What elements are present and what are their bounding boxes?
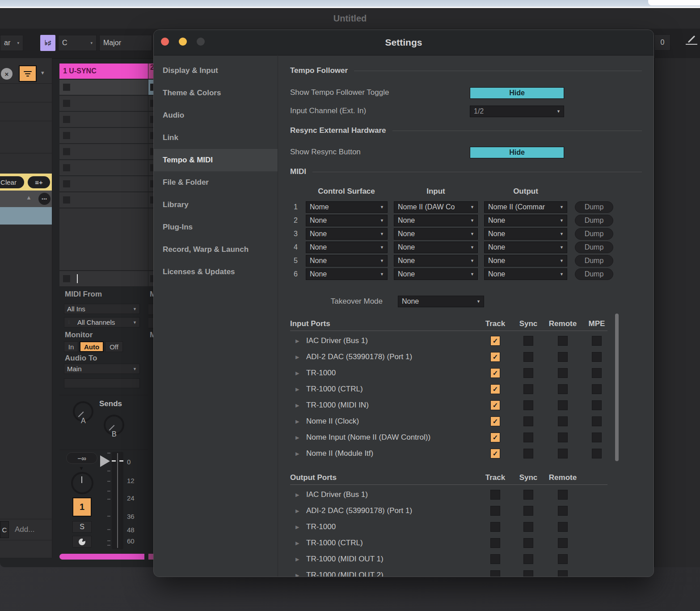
cue-button[interactable] xyxy=(72,536,92,547)
minimize-traffic-light[interactable] xyxy=(179,38,187,46)
audio-to-dropdown[interactable]: Main▼ xyxy=(64,364,140,374)
clip-slot[interactable] xyxy=(59,96,148,111)
port-checkbox-sync[interactable] xyxy=(523,522,533,532)
dump-button[interactable]: Dump xyxy=(575,215,613,226)
midi-output-dropdown[interactable]: None▼ xyxy=(484,215,567,226)
add-track-label[interactable]: Add... xyxy=(15,525,34,534)
counter-field[interactable]: 0 xyxy=(654,34,670,51)
port-checkbox-track[interactable] xyxy=(490,554,500,564)
expand-triangle-icon[interactable]: ▶ xyxy=(295,429,299,446)
port-checkbox-mpe[interactable] xyxy=(592,449,602,458)
midi-input-dropdown[interactable]: None▼ xyxy=(394,215,478,226)
midi-input-dropdown[interactable]: None▼ xyxy=(394,242,478,253)
sidebar-item-link[interactable]: Link xyxy=(154,127,278,149)
port-checkbox-remote[interactable] xyxy=(558,506,568,516)
sidebar-item-plug-ins[interactable]: Plug-Ins xyxy=(154,216,278,238)
midi-control-surface-dropdown[interactable]: Nome▼ xyxy=(306,201,388,213)
port-checkbox-mpe[interactable] xyxy=(592,384,602,394)
expand-triangle-icon[interactable]: ▶ xyxy=(295,446,299,462)
midi-control-surface-dropdown[interactable]: None▼ xyxy=(306,228,388,240)
expand-triangle-icon[interactable]: ▶ xyxy=(295,333,299,349)
port-checkbox-mpe[interactable] xyxy=(592,336,602,346)
add-scene-button[interactable]: ≡+ xyxy=(28,176,50,188)
midi-output-dropdown[interactable]: None▼ xyxy=(484,228,567,240)
sidebar-item-file-folder[interactable]: File & Folder xyxy=(154,171,278,194)
clip-slot[interactable] xyxy=(59,176,148,191)
root-note-dropdown[interactable]: C ▾ xyxy=(58,35,97,51)
dialog-scrollbar[interactable] xyxy=(615,314,619,461)
port-checkbox-remote[interactable] xyxy=(558,352,568,362)
port-checkbox-mpe[interactable] xyxy=(592,433,602,442)
midi-input-dropdown[interactable]: None▼ xyxy=(394,268,478,280)
midi-control-surface-dropdown[interactable]: None▼ xyxy=(306,255,388,267)
midi-control-surface-dropdown[interactable]: None▼ xyxy=(306,268,388,280)
sidebar-item-tempo-midi[interactable]: Tempo & MIDI xyxy=(154,149,278,171)
port-checkbox-sync[interactable] xyxy=(523,352,533,362)
port-checkbox-sync[interactable] xyxy=(523,416,533,426)
clip-slot[interactable] xyxy=(59,144,148,159)
expand-triangle-icon[interactable]: ▶ xyxy=(295,487,299,503)
quantize-dropdown[interactable]: ar ▾ xyxy=(0,35,23,51)
expand-triangle-icon[interactable]: ▶ xyxy=(295,413,299,429)
port-checkbox-remote[interactable] xyxy=(558,570,568,577)
empty-io-field[interactable] xyxy=(64,378,140,388)
filter-view-button[interactable] xyxy=(19,65,37,82)
port-checkbox-track[interactable]: ✓ xyxy=(490,449,500,458)
midi-output-dropdown[interactable]: None▼ xyxy=(484,268,567,280)
port-checkbox-remote[interactable] xyxy=(558,433,568,442)
track-activator-button[interactable]: 1 xyxy=(72,497,92,517)
expand-triangle-icon[interactable]: ▶ xyxy=(295,365,299,381)
fader-thumb[interactable] xyxy=(112,460,116,462)
midi-input-dropdown[interactable]: None▼ xyxy=(394,255,478,267)
clip-stop-button[interactable] xyxy=(63,148,70,155)
clip-stop-button[interactable] xyxy=(63,132,70,139)
highlighted-scene-row[interactable] xyxy=(0,207,52,225)
port-checkbox-mpe[interactable] xyxy=(592,400,602,410)
port-checkbox-track[interactable] xyxy=(490,522,500,532)
expand-triangle-icon[interactable]: ▶ xyxy=(295,535,299,551)
port-checkbox-remote[interactable] xyxy=(558,416,568,426)
clip-slot[interactable] xyxy=(59,112,148,127)
port-checkbox-sync[interactable] xyxy=(523,384,533,394)
port-checkbox-sync[interactable] xyxy=(523,506,533,516)
port-checkbox-sync[interactable] xyxy=(523,490,533,500)
port-checkbox-remote[interactable] xyxy=(558,336,568,346)
midi-control-surface-dropdown[interactable]: None▼ xyxy=(306,242,388,253)
expand-triangle-icon[interactable]: ▶ xyxy=(295,349,299,365)
port-checkbox-track[interactable]: ✓ xyxy=(490,400,500,410)
midi-output-dropdown[interactable]: Nome II (Commar▼ xyxy=(484,201,567,213)
sidebar-item-licenses-updates[interactable]: Licenses & Updates xyxy=(154,261,278,283)
sidebar-item-record-warp-launch[interactable]: Record, Warp & Launch xyxy=(154,238,278,261)
scene-more-button[interactable]: ••• xyxy=(38,193,51,205)
expand-triangle-icon[interactable]: ▶ xyxy=(295,519,299,535)
scene-triangle-icon[interactable]: ▲ xyxy=(26,194,32,201)
crossfade-assign-box[interactable]: C xyxy=(0,521,9,538)
clip-slot[interactable] xyxy=(59,192,148,208)
close-traffic-light[interactable] xyxy=(161,38,169,46)
sidebar-item-display-input[interactable]: Display & Input xyxy=(154,59,278,82)
port-checkbox-sync[interactable] xyxy=(523,433,533,442)
clip-stop-button[interactable] xyxy=(63,116,70,123)
port-checkbox-track[interactable] xyxy=(490,538,500,548)
clip-stop-button[interactable] xyxy=(63,100,70,107)
clip-slot[interactable] xyxy=(59,80,148,95)
port-checkbox-mpe[interactable] xyxy=(592,416,602,426)
key-scale-button[interactable]: ♭♯ xyxy=(40,35,55,51)
port-checkbox-remote[interactable] xyxy=(558,538,568,548)
volume-readout[interactable]: −∞ xyxy=(66,452,97,464)
port-checkbox-remote[interactable] xyxy=(558,490,568,500)
clip-slot[interactable] xyxy=(59,160,148,175)
port-checkbox-remote[interactable] xyxy=(558,522,568,532)
port-checkbox-remote[interactable] xyxy=(558,400,568,410)
dump-button[interactable]: Dump xyxy=(575,201,613,213)
port-checkbox-sync[interactable] xyxy=(523,538,533,548)
sidebar-item-library[interactable]: Library xyxy=(154,194,278,216)
port-checkbox-sync[interactable] xyxy=(523,570,533,577)
monitor-auto-button[interactable]: Auto xyxy=(80,341,104,352)
dump-button[interactable]: Dump xyxy=(575,242,613,253)
expand-triangle-icon[interactable]: ▶ xyxy=(295,503,299,519)
midi-from-dropdown[interactable]: All Ins▼ xyxy=(64,304,140,314)
takeover-mode-dropdown[interactable]: None▼ xyxy=(398,296,484,307)
port-checkbox-track[interactable]: ✓ xyxy=(490,352,500,362)
midi-control-surface-dropdown[interactable]: None▼ xyxy=(306,215,388,226)
